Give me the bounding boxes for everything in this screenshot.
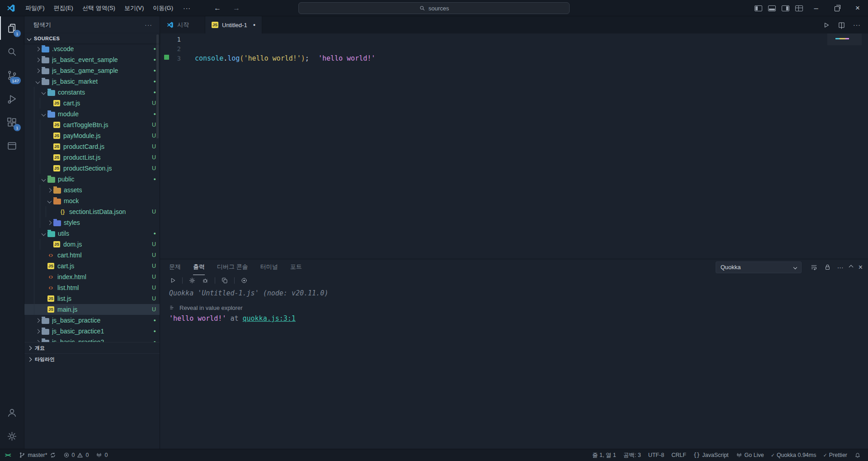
ports-status[interactable]: 0 [92, 449, 111, 461]
toggle-sidebar-icon[interactable] [751, 0, 765, 16]
tree-item-public[interactable]: public● [24, 174, 160, 185]
activity-search[interactable] [0, 40, 24, 63]
tree-item-mock[interactable]: mock [24, 195, 160, 206]
sidebar-section-타임라인[interactable]: 타임라인 [24, 353, 160, 365]
tree-item-productSection.js[interactable]: JSproductSection.jsU [24, 163, 160, 174]
record-icon[interactable] [241, 277, 248, 284]
forward-arrow-button[interactable]: → [227, 4, 246, 12]
run-file-icon[interactable] [822, 21, 830, 29]
tree-item-dom.js[interactable]: JSdom.jsU [24, 239, 160, 250]
git-untracked-badge: U [149, 209, 156, 215]
menubar-item[interactable]: 파일(F) [21, 0, 49, 16]
activity-source-control[interactable]: 147 [0, 63, 24, 87]
status-cursor-position[interactable]: 줄 1, 열 1 [589, 449, 620, 461]
tree-item-payModule.js[interactable]: JSpayModule.jsU [24, 130, 160, 141]
quokka-location-link[interactable]: quokka.js:3:1 [243, 314, 296, 323]
status-eol[interactable]: CRLF [668, 449, 690, 461]
status-go-live[interactable]: Go Live [732, 449, 768, 461]
code-editor[interactable]: 123 console.log('hello world!');'hello w… [160, 33, 868, 259]
tree-item-styles[interactable]: styles [24, 217, 160, 228]
tree-item-module[interactable]: module● [24, 109, 160, 119]
toggle-secondary-sidebar-icon[interactable] [778, 0, 792, 16]
toggle-panel-icon[interactable] [765, 0, 778, 16]
tree-item-assets[interactable]: assets [24, 185, 160, 195]
panel-tab-1[interactable]: 출력 [193, 259, 205, 275]
notifications-bell-icon[interactable] [851, 449, 864, 461]
status-language-mode[interactable]: {}JavaScript [690, 449, 732, 461]
output-channel-select[interactable]: Quokka [716, 261, 802, 273]
tree-item-js_basic_game_sample[interactable]: js_basic_game_sample● [24, 65, 160, 76]
tree-item-cart.js[interactable]: JScart.jsU [24, 98, 160, 109]
tree-item-list.js[interactable]: JSlist.jsU [24, 293, 160, 304]
sidebar-header: 탐색기 ··· [24, 16, 160, 33]
activity-accounts[interactable] [0, 401, 24, 424]
close-button[interactable]: × [847, 0, 868, 16]
status-prettier[interactable]: ✓Prettier [820, 449, 851, 461]
status-quokka[interactable]: ✓Quokka 0.94ms [768, 449, 820, 461]
section-sources[interactable]: SOURCES [24, 33, 160, 43]
indent-guide [34, 228, 40, 239]
tree-item-main.js[interactable]: JSmain.jsU [24, 304, 160, 315]
tree-item-index.html[interactable]: index.htmlU [24, 271, 160, 282]
menubar-item[interactable]: 선택 영역(S) [78, 0, 120, 16]
reveal-value-explorer-link[interactable]: Reveal in value explorer [169, 304, 242, 311]
quokka-run-icon[interactable] [169, 277, 176, 284]
activity-extensions[interactable]: 1 [0, 110, 24, 134]
tree-item-list.html[interactable]: list.htmlU [24, 282, 160, 293]
menubar-item[interactable]: 보기(V) [120, 0, 148, 16]
activity-run-debug[interactable] [0, 87, 24, 110]
tree-item-productCard.js[interactable]: JSproductCard.jsU [24, 141, 160, 152]
problems-status[interactable]: 0 0 [60, 449, 93, 461]
tree-item-cart.html[interactable]: cart.htmlU [24, 250, 160, 261]
tree-item-productList.js[interactable]: JSproductList.jsU [24, 152, 160, 163]
menubar-item[interactable]: 이동(G) [148, 0, 178, 16]
command-center-search[interactable]: sources [298, 2, 570, 14]
quokka-settings-gear-icon[interactable] [189, 277, 196, 284]
tree-item-label: productList.js [63, 154, 100, 161]
activity-live-preview[interactable] [0, 134, 24, 157]
tree-item-utils[interactable]: utils● [24, 228, 160, 239]
tree-item-.vscode[interactable]: .vscode● [24, 43, 160, 54]
close-panel-icon[interactable]: × [859, 263, 863, 271]
editor-more-actions-button[interactable]: ··· [853, 21, 861, 29]
restore-button[interactable] [826, 0, 847, 16]
tree-item-js_basic_practice[interactable]: js_basic_practice● [24, 315, 160, 326]
status-indentation[interactable]: 공백: 3 [620, 449, 645, 461]
minimap[interactable] [827, 33, 862, 45]
tree-item-js_basic_practice2[interactable]: js_basic_practice2● [24, 337, 160, 342]
activity-settings[interactable] [0, 424, 24, 448]
status-encoding[interactable]: UTF-8 [645, 449, 668, 461]
remote-indicator[interactable]: >< [0, 449, 15, 461]
activity-explorer[interactable]: 1 [0, 16, 24, 40]
sidebar-section-개요[interactable]: 개요 [24, 342, 160, 353]
copy-icon[interactable] [221, 277, 228, 284]
lock-icon[interactable] [824, 263, 831, 271]
dirty-indicator-icon[interactable]: ● [253, 23, 255, 27]
tree-item-js_basic_event_sample[interactable]: js_basic_event_sample● [24, 54, 160, 65]
quokka-debug-bug-icon[interactable] [202, 277, 209, 284]
maximize-panel-icon[interactable] [849, 266, 853, 269]
editor-tab-0[interactable]: 시작 [160, 16, 205, 33]
sidebar-scrollbar[interactable] [156, 34, 159, 138]
tree-item-sectionListData.json[interactable]: {}sectionListData.jsonU [24, 206, 160, 217]
git-branch-status[interactable]: master* [15, 449, 59, 461]
word-wrap-icon[interactable] [810, 263, 818, 271]
tree-item-cartToggleBtn.js[interactable]: JScartToggleBtn.jsU [24, 119, 160, 130]
sidebar-more-button[interactable]: ··· [145, 21, 152, 29]
tree-item-js_basic_practice1[interactable]: js_basic_practice1● [24, 326, 160, 337]
minimize-button[interactable]: ─ [806, 0, 826, 16]
panel-more-actions-button[interactable]: ··· [837, 264, 844, 271]
panel-tab-0[interactable]: 문제 [169, 259, 181, 275]
customize-layout-icon[interactable] [792, 0, 806, 16]
menubar-overflow-button[interactable]: ··· [178, 5, 196, 12]
panel-tab-2[interactable]: 디버그 콘솔 [217, 259, 248, 275]
back-arrow-button[interactable]: ← [208, 4, 227, 12]
menubar-item[interactable]: 편집(E) [49, 0, 78, 16]
editor-tab-1[interactable]: JSUntitled-1● [205, 16, 262, 33]
panel-tab-3[interactable]: 터미널 [260, 259, 278, 275]
tree-item-js_basic_market[interactable]: js_basic_market● [24, 76, 160, 87]
split-editor-icon[interactable] [838, 21, 845, 29]
panel-tab-4[interactable]: 포트 [290, 259, 302, 275]
tree-item-cart.js[interactable]: JScart.jsU [24, 261, 160, 271]
tree-item-constants[interactable]: constants● [24, 87, 160, 98]
